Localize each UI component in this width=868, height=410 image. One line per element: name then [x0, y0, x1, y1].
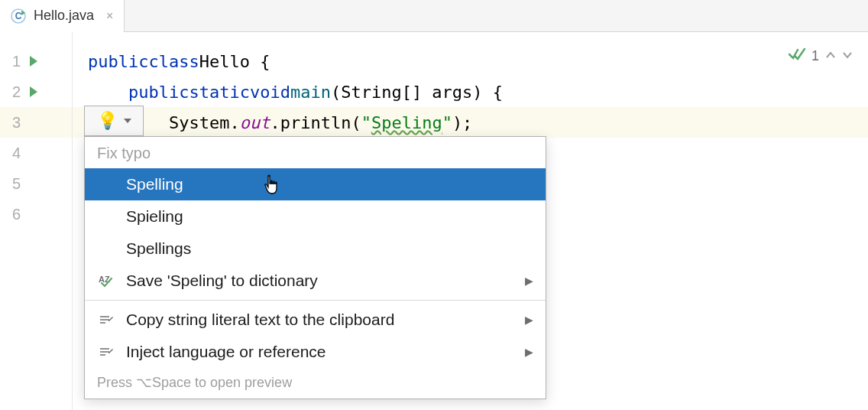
- inspection-count: 1: [811, 48, 819, 64]
- gutter-line-4[interactable]: 4: [0, 138, 72, 168]
- submenu-arrow-icon: ▶: [525, 275, 533, 287]
- inspection-ok-icon: [789, 47, 805, 65]
- suggestion-spieling[interactable]: Spieling: [85, 200, 546, 233]
- edit-icon: [99, 313, 114, 327]
- code-line-2[interactable]: public static void main(String[] args) {: [73, 76, 868, 107]
- code-line-1[interactable]: public class Hello {: [73, 46, 868, 76]
- intention-popup: Fix typo Spelling Spieling Spellings AZ …: [84, 136, 546, 399]
- dictionary-icon: AZ: [99, 274, 115, 288]
- popup-item-label: Inject language or reference: [126, 343, 326, 361]
- submenu-arrow-icon: ▶: [525, 346, 533, 358]
- save-to-dictionary[interactable]: AZ Save 'Speling' to dictionary ▶: [85, 265, 546, 297]
- popup-footer-hint: Press ⌥Space to open preview: [85, 368, 546, 399]
- popup-separator: [85, 300, 546, 301]
- gutter: 1 2 3 4 5 6: [0, 32, 73, 410]
- run-icon[interactable]: [30, 56, 37, 67]
- svg-text:C: C: [15, 11, 22, 21]
- line-number: 2: [12, 83, 21, 101]
- suggestion-spelling[interactable]: Spelling: [85, 168, 546, 200]
- intention-bulb-button[interactable]: 💡: [84, 106, 144, 136]
- popup-item-label: Spellings: [126, 239, 191, 258]
- tab-bar: C Hello.java ×: [0, 0, 868, 32]
- inject-language[interactable]: Inject language or reference ▶: [85, 336, 546, 368]
- edit-icon: [99, 345, 114, 359]
- inspection-widget[interactable]: 1: [789, 47, 853, 65]
- popup-item-label: Spieling: [126, 207, 183, 226]
- lightbulb-icon: 💡: [97, 111, 118, 131]
- chevron-down-icon: [124, 119, 131, 123]
- gutter-line-6[interactable]: 6: [0, 199, 72, 229]
- code-line-3[interactable]: System.out.println("Speling");: [73, 107, 868, 138]
- popup-item-label: Save 'Speling' to dictionary: [126, 272, 318, 290]
- java-class-icon: C: [11, 8, 26, 24]
- gutter-line-5[interactable]: 5: [0, 168, 72, 199]
- copy-string-literal[interactable]: Copy string literal text to the clipboar…: [85, 304, 546, 336]
- submenu-arrow-icon: ▶: [525, 314, 533, 326]
- close-tab-icon[interactable]: ×: [106, 9, 113, 23]
- gutter-line-3[interactable]: 3: [0, 107, 72, 138]
- file-tab[interactable]: C Hello.java ×: [0, 0, 125, 32]
- suggestion-spellings[interactable]: Spellings: [85, 233, 546, 265]
- line-number: 5: [12, 175, 21, 193]
- tab-filename: Hello.java: [34, 8, 94, 24]
- line-number: 1: [12, 53, 21, 70]
- run-icon[interactable]: [30, 86, 37, 97]
- popup-item-label: Copy string literal text to the clipboar…: [126, 311, 394, 329]
- popup-item-label: Spelling: [126, 175, 183, 194]
- next-highlight-icon[interactable]: [842, 48, 853, 64]
- popup-header: Fix typo: [85, 137, 546, 168]
- line-number: 6: [12, 206, 21, 223]
- line-number: 3: [12, 114, 21, 132]
- line-number: 4: [12, 145, 21, 162]
- gutter-line-2[interactable]: 2: [0, 76, 72, 107]
- gutter-line-1[interactable]: 1: [0, 46, 72, 76]
- prev-highlight-icon[interactable]: [825, 48, 836, 64]
- typo-word: Speling: [371, 113, 442, 132]
